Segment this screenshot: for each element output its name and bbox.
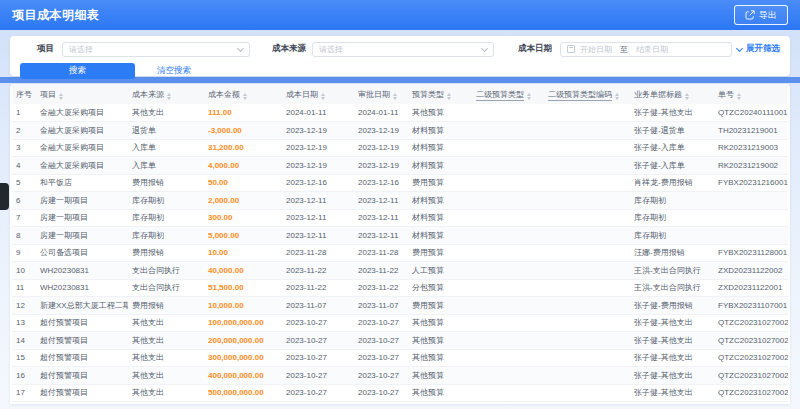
export-button[interactable]: 导出 bbox=[734, 5, 788, 25]
cell-cost_amount: 300.00 bbox=[204, 209, 282, 227]
table-row: 14超付预警项目其他支出200,000,000.002023-10-272023… bbox=[12, 332, 788, 350]
cell-budget_type_l2_code bbox=[544, 349, 630, 367]
column-label: 业务单据标题 bbox=[634, 90, 682, 99]
cell-budget_type_l2_code bbox=[544, 297, 630, 315]
cell-project: 金融大厦采购项目 bbox=[36, 104, 128, 122]
column-label: 预算类型 bbox=[412, 90, 444, 99]
cell-cost_amount: 50.00 bbox=[204, 174, 282, 192]
cell-index: 1 bbox=[12, 104, 36, 122]
cell-index: 11 bbox=[12, 279, 36, 297]
cell-project: 公司备选项目 bbox=[36, 244, 128, 262]
cell-doc_no: QTZC20231027002 bbox=[714, 367, 788, 385]
cell-budget_type: 分包预算 bbox=[408, 279, 472, 297]
sort-icon[interactable] bbox=[243, 93, 247, 100]
cell-project: 金融大厦采购项目 bbox=[36, 122, 128, 140]
sort-icon[interactable] bbox=[59, 93, 63, 100]
sort-icon[interactable] bbox=[321, 93, 325, 100]
search-button[interactable]: 搜索 bbox=[20, 63, 135, 79]
cell-index: 12 bbox=[12, 297, 36, 315]
sort-icon[interactable] bbox=[527, 93, 531, 100]
cell-doc_no: QTZC20231027002 bbox=[714, 349, 788, 367]
cell-budget_type: 其他预算 bbox=[408, 367, 472, 385]
column-header-doc_title[interactable]: 业务单据标题 bbox=[630, 84, 714, 104]
cell-doc_no: TH20231219001 bbox=[714, 122, 788, 140]
cell-cost_date: 2023-11-28 bbox=[282, 244, 354, 262]
cell-budget_type_l2 bbox=[472, 122, 544, 140]
cell-cost_source: 其他支出 bbox=[128, 104, 204, 122]
cell-doc_title: 王洪-支出合同执行 bbox=[630, 262, 714, 280]
filter-actions-row: 搜索 清空搜索 bbox=[20, 63, 780, 79]
cell-index: 8 bbox=[12, 227, 36, 245]
cell-project: 新建XX总部大厦工程二期 bbox=[36, 297, 128, 315]
table-row: 15超付预警项目其他支出300,000,000.002023-10-272023… bbox=[12, 349, 788, 367]
cell-index: 13 bbox=[12, 314, 36, 332]
column-header-doc_no[interactable]: 单号 bbox=[714, 84, 788, 104]
cell-cost_source: 其他支出 bbox=[128, 332, 204, 350]
end-date-placeholder: 结束日期 bbox=[636, 44, 668, 55]
column-header-budget_type[interactable]: 预算类型 bbox=[408, 84, 472, 104]
cell-budget_type_l2_code bbox=[544, 244, 630, 262]
chevron-down-icon bbox=[736, 44, 743, 51]
cell-cost_source: 库存期初 bbox=[128, 227, 204, 245]
column-header-budget_type_l2[interactable]: 二级预算类型 bbox=[472, 84, 544, 104]
column-label: 二级预算类型编码 bbox=[548, 90, 612, 101]
cell-cost_amount: 40,000.00 bbox=[204, 262, 282, 280]
expand-filters-link[interactable]: 展开筛选 bbox=[737, 43, 780, 55]
sort-icon[interactable] bbox=[737, 93, 741, 100]
cell-budget_type_l2_code bbox=[544, 332, 630, 350]
cost-date-range-picker[interactable]: 开始日期 至 结束日期 bbox=[560, 42, 732, 57]
cell-doc_title: 张子健-其他支出 bbox=[630, 367, 714, 385]
column-header-cost_source[interactable]: 成本来源 bbox=[128, 84, 204, 104]
cell-budget_type: 材料预算 bbox=[408, 139, 472, 157]
cost-source-select[interactable]: 请选择 bbox=[312, 42, 494, 57]
sort-icon[interactable] bbox=[393, 93, 397, 100]
cost-detail-table-card: 序号项目成本来源成本金额成本日期审批日期预算类型二级预算类型二级预算类型编码业务… bbox=[10, 84, 790, 404]
cell-budget_type_l2_code bbox=[544, 192, 630, 210]
table-row: 11WH20230831支出合同执行51,500.002023-11-22202… bbox=[12, 279, 788, 297]
column-label: 成本金额 bbox=[208, 90, 240, 99]
cell-cost_amount: 111.00 bbox=[204, 104, 282, 122]
cell-cost_date: 2023-12-11 bbox=[282, 192, 354, 210]
sort-icon[interactable] bbox=[167, 93, 171, 100]
table-row: 13超付预警项目其他支出100,000,000.002023-10-272023… bbox=[12, 314, 788, 332]
cell-project: 房建一期项目 bbox=[36, 209, 128, 227]
cell-approval_date: 2023-10-27 bbox=[354, 332, 408, 350]
cell-budget_type_l2_code bbox=[544, 279, 630, 297]
column-header-cost_amount[interactable]: 成本金额 bbox=[204, 84, 282, 104]
filter-row: 项目 请选择 成本来源 请选择 成本日期 开始日期 至 结束日期 展开筛选 bbox=[20, 41, 780, 57]
column-header-budget_type_l2_code[interactable]: 二级预算类型编码 bbox=[544, 84, 630, 104]
column-header-approval_date[interactable]: 审批日期 bbox=[354, 84, 408, 104]
cost-source-select-placeholder: 请选择 bbox=[319, 44, 343, 55]
cell-project: 超付预警项目 bbox=[36, 367, 128, 385]
sort-icon[interactable] bbox=[685, 93, 689, 100]
project-select[interactable]: 请选择 bbox=[62, 42, 250, 57]
cell-cost_amount: 4,000.00 bbox=[204, 157, 282, 175]
cell-cost_source: 库存期初 bbox=[128, 209, 204, 227]
clear-search-button[interactable]: 清空搜索 bbox=[151, 64, 197, 78]
cell-index: 6 bbox=[12, 192, 36, 210]
cell-cost_amount: 10.00 bbox=[204, 244, 282, 262]
cell-budget_type_l2 bbox=[472, 227, 544, 245]
sort-icon[interactable] bbox=[615, 93, 619, 100]
sort-icon[interactable] bbox=[447, 93, 451, 100]
cell-budget_type_l2 bbox=[472, 244, 544, 262]
table-row: 17超付预警项目其他支出500,000,000.002023-10-272023… bbox=[12, 384, 788, 402]
table-row: 1金融大厦采购项目其他支出111.002024-01-112024-01-11其… bbox=[12, 104, 788, 122]
cell-index: 5 bbox=[12, 174, 36, 192]
side-drawer-handle[interactable] bbox=[0, 183, 9, 210]
table-row: 8房建一期项目库存期初5,000.002023-12-112023-12-11材… bbox=[12, 227, 788, 245]
cell-cost_source: 入库单 bbox=[128, 157, 204, 175]
cell-cost_date: 2023-12-19 bbox=[282, 157, 354, 175]
cell-budget_type: 材料预算 bbox=[408, 122, 472, 140]
cell-project: 超付预警项目 bbox=[36, 349, 128, 367]
column-header-project[interactable]: 项目 bbox=[36, 84, 128, 104]
table-row: 5和平饭店费用报销50.002023-12-162023-12-16费用预算肖祥… bbox=[12, 174, 788, 192]
cell-budget_type_l2_code bbox=[544, 227, 630, 245]
cost-date-filter-label: 成本日期 bbox=[518, 43, 552, 55]
cell-budget_type: 材料预算 bbox=[408, 157, 472, 175]
cell-doc_no: RK20231219002 bbox=[714, 157, 788, 175]
cell-doc_title: 汪娜-费用报销 bbox=[630, 244, 714, 262]
cell-index: 7 bbox=[12, 209, 36, 227]
column-header-cost_date[interactable]: 成本日期 bbox=[282, 84, 354, 104]
cell-budget_type: 其他预算 bbox=[408, 104, 472, 122]
